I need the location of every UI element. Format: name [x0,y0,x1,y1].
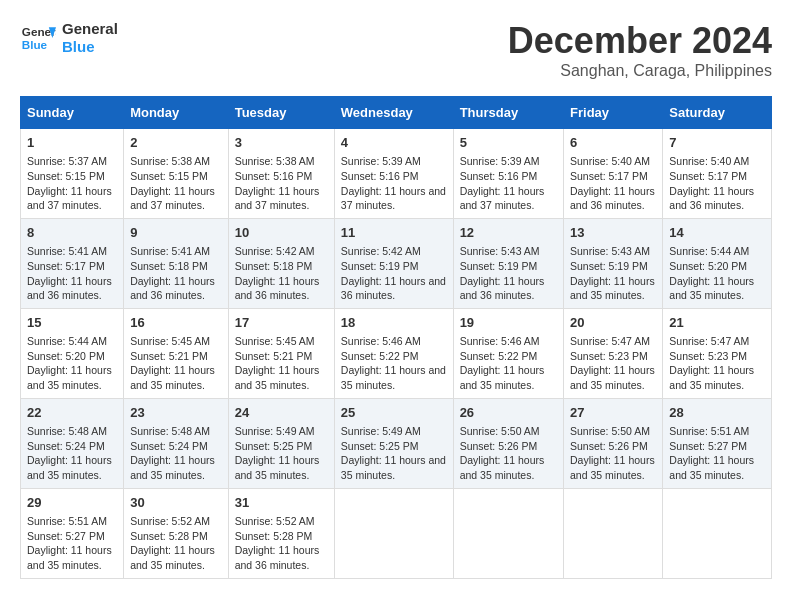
sunrise-info: Sunrise: 5:47 AM [570,335,650,347]
day-number: 20 [570,314,656,332]
daylight-info: Daylight: 11 hours and 35 minutes. [235,454,320,481]
calendar-subtitle: Sanghan, Caraga, Philippines [508,62,772,80]
sunrise-info: Sunrise: 5:46 AM [460,335,540,347]
sunrise-info: Sunrise: 5:42 AM [341,245,421,257]
calendar-cell: 15Sunrise: 5:44 AMSunset: 5:20 PMDayligh… [21,308,124,398]
sunset-info: Sunset: 5:19 PM [570,260,648,272]
sunrise-info: Sunrise: 5:49 AM [341,425,421,437]
sunrise-info: Sunrise: 5:45 AM [235,335,315,347]
daylight-info: Daylight: 11 hours and 37 minutes. [235,185,320,212]
calendar-cell: 6Sunrise: 5:40 AMSunset: 5:17 PMDaylight… [564,129,663,219]
calendar-header-row: SundayMondayTuesdayWednesdayThursdayFrid… [21,97,772,129]
calendar-cell: 4Sunrise: 5:39 AMSunset: 5:16 PMDaylight… [334,129,453,219]
sunset-info: Sunset: 5:24 PM [130,440,208,452]
day-number: 24 [235,404,328,422]
header-thursday: Thursday [453,97,563,129]
calendar-cell: 17Sunrise: 5:45 AMSunset: 5:21 PMDayligh… [228,308,334,398]
daylight-info: Daylight: 11 hours and 35 minutes. [669,364,754,391]
sunset-info: Sunset: 5:27 PM [669,440,747,452]
calendar-cell: 25Sunrise: 5:49 AMSunset: 5:25 PMDayligh… [334,398,453,488]
calendar-cell: 5Sunrise: 5:39 AMSunset: 5:16 PMDaylight… [453,129,563,219]
svg-text:Blue: Blue [22,38,48,51]
calendar-title: December 2024 [508,20,772,62]
sunset-info: Sunset: 5:21 PM [130,350,208,362]
sunrise-info: Sunrise: 5:39 AM [341,155,421,167]
daylight-info: Daylight: 11 hours and 35 minutes. [669,275,754,302]
sunset-info: Sunset: 5:25 PM [235,440,313,452]
calendar-cell: 8Sunrise: 5:41 AMSunset: 5:17 PMDaylight… [21,218,124,308]
logo-icon: General Blue [20,20,56,56]
sunset-info: Sunset: 5:23 PM [669,350,747,362]
sunrise-info: Sunrise: 5:44 AM [27,335,107,347]
daylight-info: Daylight: 11 hours and 36 minutes. [27,275,112,302]
calendar-cell: 18Sunrise: 5:46 AMSunset: 5:22 PMDayligh… [334,308,453,398]
calendar-cell: 19Sunrise: 5:46 AMSunset: 5:22 PMDayligh… [453,308,563,398]
day-number: 25 [341,404,447,422]
day-number: 11 [341,224,447,242]
daylight-info: Daylight: 11 hours and 37 minutes. [341,185,446,212]
sunrise-info: Sunrise: 5:48 AM [27,425,107,437]
daylight-info: Daylight: 11 hours and 35 minutes. [669,454,754,481]
day-number: 1 [27,134,117,152]
daylight-info: Daylight: 11 hours and 35 minutes. [235,364,320,391]
daylight-info: Daylight: 11 hours and 36 minutes. [130,275,215,302]
sunrise-info: Sunrise: 5:44 AM [669,245,749,257]
calendar-cell: 23Sunrise: 5:48 AMSunset: 5:24 PMDayligh… [124,398,229,488]
day-number: 27 [570,404,656,422]
calendar-cell: 11Sunrise: 5:42 AMSunset: 5:19 PMDayligh… [334,218,453,308]
calendar-cell [663,488,772,578]
day-number: 28 [669,404,765,422]
calendar-cell: 29Sunrise: 5:51 AMSunset: 5:27 PMDayligh… [21,488,124,578]
calendar-cell: 27Sunrise: 5:50 AMSunset: 5:26 PMDayligh… [564,398,663,488]
daylight-info: Daylight: 11 hours and 35 minutes. [570,364,655,391]
calendar-cell: 7Sunrise: 5:40 AMSunset: 5:17 PMDaylight… [663,129,772,219]
sunset-info: Sunset: 5:24 PM [27,440,105,452]
sunset-info: Sunset: 5:25 PM [341,440,419,452]
sunset-info: Sunset: 5:16 PM [460,170,538,182]
day-number: 5 [460,134,557,152]
sunrise-info: Sunrise: 5:51 AM [669,425,749,437]
sunrise-info: Sunrise: 5:41 AM [27,245,107,257]
day-number: 15 [27,314,117,332]
calendar-cell: 12Sunrise: 5:43 AMSunset: 5:19 PMDayligh… [453,218,563,308]
day-number: 12 [460,224,557,242]
sunrise-info: Sunrise: 5:40 AM [570,155,650,167]
sunrise-info: Sunrise: 5:38 AM [235,155,315,167]
sunrise-info: Sunrise: 5:40 AM [669,155,749,167]
calendar-table: SundayMondayTuesdayWednesdayThursdayFrid… [20,96,772,579]
daylight-info: Daylight: 11 hours and 36 minutes. [570,185,655,212]
daylight-info: Daylight: 11 hours and 35 minutes. [130,454,215,481]
sunrise-info: Sunrise: 5:50 AM [570,425,650,437]
calendar-cell: 31Sunrise: 5:52 AMSunset: 5:28 PMDayligh… [228,488,334,578]
daylight-info: Daylight: 11 hours and 35 minutes. [570,454,655,481]
sunset-info: Sunset: 5:22 PM [341,350,419,362]
calendar-cell: 24Sunrise: 5:49 AMSunset: 5:25 PMDayligh… [228,398,334,488]
calendar-cell: 2Sunrise: 5:38 AMSunset: 5:15 PMDaylight… [124,129,229,219]
daylight-info: Daylight: 11 hours and 37 minutes. [130,185,215,212]
sunrise-info: Sunrise: 5:47 AM [669,335,749,347]
sunset-info: Sunset: 5:28 PM [130,530,208,542]
calendar-cell: 21Sunrise: 5:47 AMSunset: 5:23 PMDayligh… [663,308,772,398]
daylight-info: Daylight: 11 hours and 35 minutes. [341,454,446,481]
sunset-info: Sunset: 5:17 PM [27,260,105,272]
day-number: 18 [341,314,447,332]
sunrise-info: Sunrise: 5:42 AM [235,245,315,257]
header-monday: Monday [124,97,229,129]
sunset-info: Sunset: 5:27 PM [27,530,105,542]
sunset-info: Sunset: 5:23 PM [570,350,648,362]
day-number: 19 [460,314,557,332]
day-number: 8 [27,224,117,242]
calendar-cell: 9Sunrise: 5:41 AMSunset: 5:18 PMDaylight… [124,218,229,308]
week-row-5: 29Sunrise: 5:51 AMSunset: 5:27 PMDayligh… [21,488,772,578]
calendar-cell: 14Sunrise: 5:44 AMSunset: 5:20 PMDayligh… [663,218,772,308]
day-number: 29 [27,494,117,512]
daylight-info: Daylight: 11 hours and 35 minutes. [130,364,215,391]
sunset-info: Sunset: 5:19 PM [460,260,538,272]
day-number: 7 [669,134,765,152]
sunset-info: Sunset: 5:17 PM [570,170,648,182]
sunset-info: Sunset: 5:26 PM [460,440,538,452]
day-number: 3 [235,134,328,152]
sunrise-info: Sunrise: 5:38 AM [130,155,210,167]
sunrise-info: Sunrise: 5:43 AM [570,245,650,257]
sunrise-info: Sunrise: 5:43 AM [460,245,540,257]
